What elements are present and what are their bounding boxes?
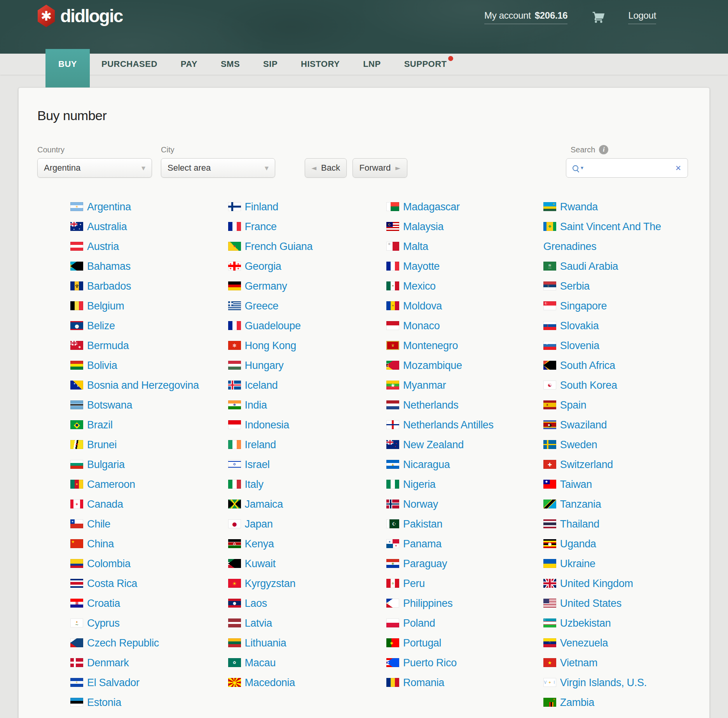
country-link[interactable]: France bbox=[245, 221, 277, 232]
country-link[interactable]: Netherlands bbox=[403, 399, 458, 411]
country-link[interactable]: Italy bbox=[245, 479, 264, 490]
country-link[interactable]: Greece bbox=[245, 300, 279, 312]
search-options-caret-icon[interactable]: ▼ bbox=[581, 166, 583, 170]
country-link[interactable]: Indonesia bbox=[245, 419, 289, 431]
country-link[interactable]: Belize bbox=[87, 320, 115, 332]
country-link[interactable]: Venezuela bbox=[560, 637, 608, 649]
tab-lnp[interactable]: LNP bbox=[351, 54, 393, 75]
country-link[interactable]: Colombia bbox=[87, 558, 131, 570]
country-link[interactable]: Moldova bbox=[403, 300, 442, 312]
country-link[interactable]: Myanmar bbox=[403, 379, 446, 391]
country-link[interactable]: Barbados bbox=[87, 280, 131, 292]
country-link[interactable]: Uzbekistan bbox=[560, 617, 611, 629]
country-link[interactable]: Belgium bbox=[87, 300, 124, 312]
country-link[interactable]: Iceland bbox=[245, 379, 278, 391]
search-input[interactable] bbox=[587, 162, 675, 173]
country-link[interactable]: Zambia bbox=[560, 697, 594, 708]
country-link[interactable]: Macedonia bbox=[245, 677, 295, 688]
country-link[interactable]: Bermuda bbox=[87, 340, 129, 351]
country-link[interactable]: Ireland bbox=[245, 439, 276, 451]
country-link[interactable]: French Guiana bbox=[245, 241, 313, 252]
country-link[interactable]: Panama bbox=[403, 538, 442, 550]
country-link[interactable]: Botswana bbox=[87, 399, 132, 411]
country-link[interactable]: Puerto Rico bbox=[403, 657, 457, 669]
country-link[interactable]: South Korea bbox=[560, 379, 617, 391]
tab-support[interactable]: SUPPORT bbox=[393, 54, 459, 75]
country-link[interactable]: Pakistan bbox=[403, 518, 442, 530]
country-link[interactable]: Mozambique bbox=[403, 360, 462, 371]
logout-link[interactable]: Logout bbox=[628, 10, 656, 24]
country-link[interactable]: United States bbox=[560, 597, 622, 609]
country-link[interactable]: Vietnam bbox=[560, 657, 597, 669]
tab-buy[interactable]: BUY bbox=[45, 49, 90, 87]
country-link[interactable]: India bbox=[245, 399, 267, 411]
logo[interactable]: ✱ didlogic bbox=[37, 5, 122, 27]
country-link[interactable]: Argentina bbox=[87, 201, 131, 213]
country-link[interactable]: Croatia bbox=[87, 597, 120, 609]
country-link[interactable]: Norway bbox=[403, 498, 438, 510]
country-link[interactable]: Bahamas bbox=[87, 260, 131, 272]
country-link[interactable]: Bolivia bbox=[87, 360, 117, 371]
country-link[interactable]: Laos bbox=[245, 597, 267, 609]
country-link[interactable]: Austria bbox=[87, 241, 119, 252]
country-link[interactable]: Rwanda bbox=[560, 201, 598, 213]
country-link[interactable]: Spain bbox=[560, 399, 587, 411]
country-link[interactable]: Madagascar bbox=[403, 201, 460, 213]
country-link[interactable]: United Kingdom bbox=[560, 578, 633, 589]
country-link[interactable]: Guadeloupe bbox=[245, 320, 301, 332]
country-link[interactable]: Finland bbox=[245, 201, 278, 213]
country-link[interactable]: Swaziland bbox=[560, 419, 607, 431]
country-link[interactable]: Saint Vincent And The Grenadines bbox=[543, 221, 661, 252]
country-link[interactable]: Sweden bbox=[560, 439, 597, 451]
country-link[interactable]: Israel bbox=[245, 459, 270, 470]
country-link[interactable]: Malaysia bbox=[403, 221, 443, 232]
country-link[interactable]: Thailand bbox=[560, 518, 599, 530]
country-link[interactable]: South Africa bbox=[560, 360, 615, 371]
country-link[interactable]: Denmark bbox=[87, 657, 129, 669]
country-link[interactable]: Uganda bbox=[560, 538, 596, 550]
country-link[interactable]: Philippines bbox=[403, 597, 452, 609]
country-link[interactable]: Bulgaria bbox=[87, 459, 125, 470]
country-link[interactable]: Netherlands Antilles bbox=[403, 419, 494, 431]
country-link[interactable]: New Zealand bbox=[403, 439, 464, 451]
country-select[interactable]: Argentina ▼ bbox=[37, 158, 152, 178]
country-link[interactable]: Nicaragua bbox=[403, 459, 450, 470]
country-link[interactable]: Saudi Arabia bbox=[560, 260, 618, 272]
country-link[interactable]: Australia bbox=[87, 221, 127, 232]
country-link[interactable]: Chile bbox=[87, 518, 110, 530]
country-link[interactable]: Mexico bbox=[403, 280, 436, 292]
country-link[interactable]: Peru bbox=[403, 578, 425, 589]
country-link[interactable]: Macau bbox=[245, 657, 276, 669]
country-link[interactable]: Cyprus bbox=[87, 617, 120, 629]
country-link[interactable]: Lithuania bbox=[245, 637, 286, 649]
country-link[interactable]: Switzerland bbox=[560, 459, 613, 470]
country-link[interactable]: Slovakia bbox=[560, 320, 599, 332]
country-link[interactable]: Malta bbox=[403, 241, 428, 252]
country-link[interactable]: El Salvador bbox=[87, 677, 140, 688]
cart-icon[interactable] bbox=[592, 11, 606, 25]
country-link[interactable]: Ukraine bbox=[560, 558, 595, 570]
tab-sip[interactable]: SIP bbox=[251, 54, 289, 75]
country-link[interactable]: Japan bbox=[245, 518, 273, 530]
country-link[interactable]: Nigeria bbox=[403, 479, 435, 490]
country-link[interactable]: Cameroon bbox=[87, 479, 135, 490]
country-link[interactable]: Hong Kong bbox=[245, 340, 296, 351]
country-link[interactable]: Kyrgyzstan bbox=[245, 578, 296, 589]
clear-search-icon[interactable]: ✕ bbox=[675, 164, 681, 172]
country-link[interactable]: Montenegro bbox=[403, 340, 458, 351]
back-button[interactable]: ◄ Back bbox=[305, 158, 347, 178]
country-link[interactable]: Poland bbox=[403, 617, 435, 629]
country-link[interactable]: Monaco bbox=[403, 320, 440, 332]
country-link[interactable]: Singapore bbox=[560, 300, 607, 312]
country-link[interactable]: Georgia bbox=[245, 260, 281, 272]
city-select[interactable]: Select area ▼ bbox=[161, 158, 275, 178]
country-link[interactable]: Portugal bbox=[403, 637, 441, 649]
country-link[interactable]: Kuwait bbox=[245, 558, 276, 570]
country-link[interactable]: Estonia bbox=[87, 697, 121, 708]
country-link[interactable]: Bosnia and Herzegovina bbox=[87, 379, 199, 391]
country-link[interactable]: China bbox=[87, 538, 114, 550]
country-link[interactable]: Slovenia bbox=[560, 340, 599, 351]
country-link[interactable]: Paraguay bbox=[403, 558, 447, 570]
country-link[interactable]: Czech Republic bbox=[87, 637, 159, 649]
country-link[interactable]: Jamaica bbox=[245, 498, 283, 510]
